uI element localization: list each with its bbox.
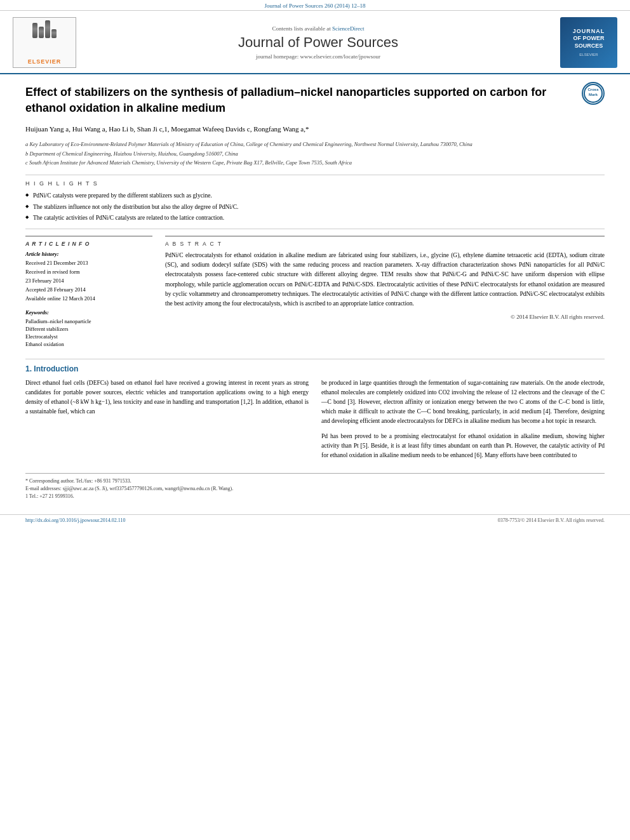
footnote-corresponding: * Corresponding author. Tel./fax: +86 93… xyxy=(25,477,605,485)
affiliation-c: c South African Institute for Advanced M… xyxy=(25,159,605,167)
highlight-item-2: The stablizers influence not only the di… xyxy=(25,202,605,213)
journal-header: ELSEVIER Contents lists available at Sci… xyxy=(0,11,630,74)
history-label: Article history: xyxy=(25,251,152,257)
affiliation-a: a Key Laboratory of Eco-Environment-Rela… xyxy=(25,140,605,149)
journal-title-area: Contents lists available at ScienceDirec… xyxy=(83,25,554,60)
email-values: sjji@uwc.ac.za (S. Ji), wrf3375457779012… xyxy=(63,486,234,491)
journal-title: Journal of Power Sources xyxy=(83,34,554,51)
doi-anchor[interactable]: http://dx.doi.org/10.1016/j.jpowsour.201… xyxy=(25,517,126,523)
highlights-header: H I G H L I G H T S xyxy=(25,180,605,187)
intro-col-left: Direct ethanol fuel cells (DEFCs) based … xyxy=(25,378,309,466)
author-names: Huijuan Yang a, Hui Wang a, Hao Li b, Sh… xyxy=(25,125,309,133)
intro-title: 1. Introduction xyxy=(25,364,605,373)
article-title: Cross Mark Effect of stabilizers on the … xyxy=(25,84,605,116)
email-label: E-mail addresses: xyxy=(25,486,62,491)
history-revised-date: 23 February 2014 xyxy=(25,277,152,285)
copyright: © 2014 Elsevier B.V. All rights reserved… xyxy=(165,314,605,320)
keywords-section: Keywords: Palladium–nickel nanoparticle … xyxy=(25,309,152,347)
article-info-label: A R T I C L E I N F O xyxy=(25,241,152,247)
info-abstract-section: A R T I C L E I N F O Article history: R… xyxy=(25,236,605,348)
crossmark-badge[interactable]: Cross Mark xyxy=(582,82,605,105)
sciencedirect-link: Contents lists available at ScienceDirec… xyxy=(83,25,554,32)
keywords-label: Keywords: xyxy=(25,309,152,316)
highlights-list: PdNi/C catalysts were prepared by the di… xyxy=(25,190,605,223)
abstract-text: PdNi/C electrocatalysts for ethanol oxid… xyxy=(165,251,605,309)
journal-logo-right: JOURNAL OF POWER SOURCES ELSEVIER xyxy=(560,17,617,68)
page-footer: http://dx.doi.org/10.1016/j.jpowsour.201… xyxy=(0,514,630,526)
intro-para-3: Pd has been proved to be a promising ele… xyxy=(321,432,605,461)
svg-text:Cross: Cross xyxy=(587,88,599,91)
article-info-column: A R T I C L E I N F O Article history: R… xyxy=(25,236,152,348)
history-revised-label: Received in revised form xyxy=(25,269,152,276)
keyword-3: Electrocatalyst xyxy=(25,333,152,340)
abstract-label: A B S T R A C T xyxy=(165,241,605,247)
intro-para-1: Direct ethanol fuel cells (DEFCs) based … xyxy=(25,378,309,417)
footnote-note1: 1 Tel.: +27 21 9599316. xyxy=(25,493,605,500)
keyword-2: Different stabilizers xyxy=(25,326,152,332)
sciencedirect-anchor[interactable]: ScienceDirect xyxy=(332,25,364,32)
elsevier-logo-block: ELSEVIER xyxy=(13,17,76,68)
introduction-section: 1. Introduction Direct ethanol fuel cell… xyxy=(25,359,605,466)
divider-intro xyxy=(25,359,605,359)
history-accepted: Accepted 28 February 2014 xyxy=(25,286,152,294)
affiliation-b: b Department of Chemical Engineering, Hu… xyxy=(25,150,605,158)
elsevier-wordmark: ELSEVIER xyxy=(28,58,62,65)
doi-link[interactable]: http://dx.doi.org/10.1016/j.jpowsour.201… xyxy=(25,517,126,523)
intro-body: Direct ethanol fuel cells (DEFCs) based … xyxy=(25,378,605,466)
journal-reference-bar: Journal of Power Sources 260 (2014) 12–1… xyxy=(0,0,630,11)
issn-text: 0378-7753/© 2014 Elsevier B.V. All right… xyxy=(498,517,605,523)
svg-text:Mark: Mark xyxy=(589,93,598,97)
intro-col-right: be produced in large quantities through … xyxy=(321,378,605,466)
journal-reference-text: Journal of Power Sources 260 (2014) 12–1… xyxy=(265,3,366,9)
journal-homepage: journal homepage: www.elsevier.com/locat… xyxy=(83,53,554,60)
keyword-4: Ethanol oxidation xyxy=(25,341,152,347)
highlight-item-1: PdNi/C catalysts were prepared by the di… xyxy=(25,190,605,201)
journal-logo-text: JOURNAL OF POWER SOURCES ELSEVIER xyxy=(573,28,605,58)
footnotes-section: * Corresponding author. Tel./fax: +86 93… xyxy=(25,473,605,500)
intro-para-2: be produced in large quantities through … xyxy=(321,378,605,427)
affiliations: a Key Laboratory of Eco-Environment-Rela… xyxy=(25,140,605,167)
history-received: Received 21 December 2013 xyxy=(25,260,152,267)
divider-highlights xyxy=(25,175,605,175)
footnote-emails: E-mail addresses: sjji@uwc.ac.za (S. Ji)… xyxy=(25,485,605,493)
history-online: Available online 12 March 2014 xyxy=(25,295,152,303)
main-content: Cross Mark Effect of stabilizers on the … xyxy=(0,74,630,507)
divider-info xyxy=(25,229,605,229)
highlight-item-3: The catalytic activities of PdNi/C catal… xyxy=(25,213,605,223)
authors-line: Huijuan Yang a, Hui Wang a, Hao Li b, Sh… xyxy=(25,124,605,135)
article-history: Article history: Received 21 December 20… xyxy=(25,251,152,302)
elsevier-graphic xyxy=(32,20,57,39)
keyword-1: Palladium–nickel nanoparticle xyxy=(25,318,152,324)
abstract-column: A B S T R A C T PdNi/C electrocatalysts … xyxy=(165,236,605,348)
